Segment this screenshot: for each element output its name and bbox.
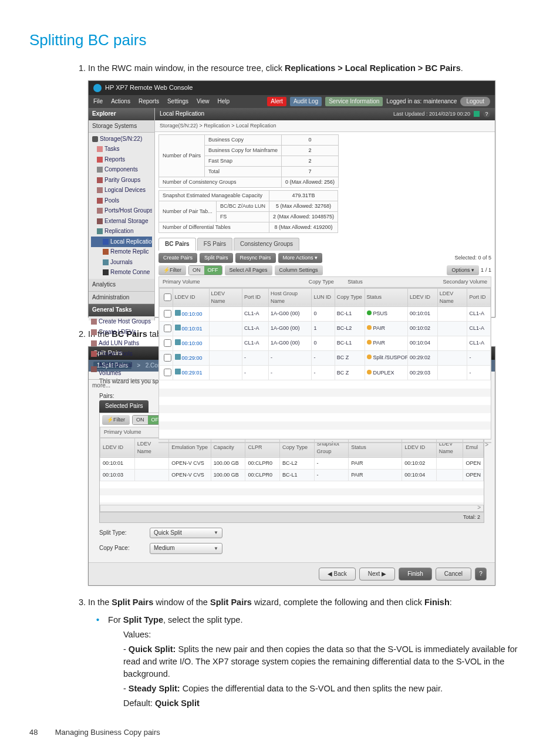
tree-logicaldevices[interactable]: Logical Devices	[91, 185, 152, 196]
tree-journals[interactable]: Journals	[91, 257, 152, 268]
table-row[interactable]: 00:10:01CL1-A1A-G00 (00)1BC-L2PAIR00:10:…	[160, 321, 491, 336]
split-type-select[interactable]: Quick Split▼	[150, 528, 222, 539]
options-button[interactable]: Options ▾	[447, 265, 479, 275]
gt-create-host-groups[interactable]: Create Host Groups	[89, 316, 154, 328]
col-sldevname[interactable]: LDEV Name	[437, 288, 467, 306]
storage-systems-header[interactable]: Storage Systems	[89, 120, 154, 133]
col2-emul[interactable]: Emul	[463, 438, 484, 457]
admin-section[interactable]: Administration	[89, 292, 154, 305]
col-portid[interactable]: Port ID	[242, 288, 268, 306]
tree-replication[interactable]: Replication	[91, 227, 152, 237]
tree-paritygroups[interactable]: Parity Groups	[91, 175, 152, 185]
copy-pace-select[interactable]: Medium▼	[150, 543, 222, 554]
col2-emulation[interactable]: Emulation Type	[169, 438, 211, 457]
filter-button2[interactable]: ⚡Filter	[102, 415, 130, 425]
col2-status[interactable]: Status	[349, 438, 402, 457]
col-sport[interactable]: Port ID	[467, 288, 491, 306]
more-link[interactable]: more...	[89, 379, 154, 392]
gt-create-pools[interactable]: Create Pools	[89, 349, 154, 360]
tree-components[interactable]: Components	[91, 165, 152, 175]
col-sldevid[interactable]: LDEV ID	[407, 288, 437, 306]
filter-toggle[interactable]: ONOFF	[188, 265, 222, 275]
extvol-icon	[91, 366, 97, 372]
back-button[interactable]: ◀ Back	[319, 568, 356, 581]
col-ldevname[interactable]: LDEV Name	[209, 288, 242, 306]
col2-copytype[interactable]: Copy Type	[280, 438, 315, 457]
col2-capacity[interactable]: Capacity	[211, 438, 245, 457]
select-all-pages-button[interactable]: Select All Pages	[225, 265, 272, 275]
row-checkbox[interactable]	[164, 339, 171, 347]
menu-reports[interactable]: Reports	[139, 97, 159, 106]
tree-remotereplication[interactable]: Remote Replic	[91, 247, 152, 258]
resync-pairs-button[interactable]: Resync Pairs	[235, 253, 276, 263]
tree-pools[interactable]: Pools	[91, 195, 152, 206]
finish-button[interactable]: Finish	[399, 568, 432, 581]
col2-snapshot[interactable]: Snapshot Group	[314, 438, 349, 457]
gt-add-lun-paths[interactable]: Add LUN Paths	[89, 338, 154, 349]
table-row[interactable]: 00:29:00---BC ZSplit /SUSPOP00:29:02-	[160, 350, 491, 365]
row-checkbox[interactable]	[164, 310, 171, 318]
help-button[interactable]: ?	[475, 568, 487, 581]
selected-pairs-grid[interactable]: LDEV ID LDEV Name Emulation Type Capacit…	[100, 438, 484, 481]
tree-externalstorage[interactable]: External Storage	[91, 216, 152, 227]
disk-icon	[175, 339, 181, 345]
hscroll2[interactable]	[100, 505, 484, 512]
help-icon[interactable]: ?	[483, 110, 490, 117]
auditlog-link[interactable]: Audit Log	[290, 97, 322, 107]
table-row[interactable]: 00:10:00CL1-A1A-G00 (00)0BC-L1PAIR00:10:…	[160, 336, 491, 350]
chevron-down-icon: ▼	[214, 529, 218, 536]
col-copytype[interactable]: Copy Type	[335, 288, 365, 306]
tree-remoteconne[interactable]: Remote Conne	[91, 268, 152, 278]
tab-bcpairs[interactable]: BC Pairs	[158, 238, 196, 251]
create-pairs-button[interactable]: Create Pairs	[158, 253, 197, 263]
tree-localreplication[interactable]: Local Replicatio	[91, 237, 152, 247]
col-lunid[interactable]: LUN ID	[312, 288, 335, 306]
analytics-section[interactable]: Analytics	[89, 279, 154, 292]
menu-settings[interactable]: Settings	[167, 97, 188, 106]
horizontal-scrollbar[interactable]	[158, 442, 491, 443]
table-row[interactable]: 00:10:03OPEN-V CVS100.00 GB00:CLPR0BC-L1…	[100, 469, 484, 481]
tree-reports[interactable]: Reports	[91, 154, 152, 165]
gt-create-ldevs[interactable]: Create LDEVs	[89, 327, 154, 338]
row-checkbox[interactable]	[164, 354, 171, 362]
tab-fspairs[interactable]: FS Pairs	[197, 238, 232, 251]
col2-sldevn[interactable]: LDEV Name	[436, 438, 463, 457]
filter-button[interactable]: ⚡Filter	[158, 265, 186, 275]
col2-sldev[interactable]: LDEV ID	[402, 438, 437, 457]
col-check[interactable]	[160, 288, 173, 306]
window-titlebar: HP XP7 Remote Web Console	[89, 81, 495, 95]
menu-file[interactable]: File	[93, 97, 103, 106]
alert-badge[interactable]: Alert	[267, 97, 286, 107]
col-status[interactable]: Status	[365, 288, 407, 306]
menu-actions[interactable]: Actions	[111, 97, 130, 106]
row-checkbox[interactable]	[164, 325, 171, 332]
column-settings-button[interactable]: Column Settings	[275, 265, 323, 275]
selected-pairs-tab[interactable]: Selected Pairs	[99, 400, 149, 413]
menu-view[interactable]: View	[197, 97, 210, 106]
col-ldevid[interactable]: LDEV ID	[173, 288, 209, 306]
tree-portshostgroups[interactable]: Ports/Host Groups	[91, 206, 152, 217]
col2-ldevname[interactable]: LDEV Name	[134, 438, 169, 457]
row-checkbox[interactable]	[164, 369, 171, 376]
table-row[interactable]: 00:29:01---BC ZDUPLEX00:29:03-	[160, 366, 491, 380]
bc-pairs-grid[interactable]: LDEV ID LDEV Name Port ID Host Group Nam…	[158, 288, 491, 440]
col-hostgroup[interactable]: Host Group Name	[269, 288, 312, 306]
col2-clpr[interactable]: CLPR	[245, 438, 280, 457]
next-button[interactable]: Next ▶	[359, 568, 395, 581]
refresh-icon[interactable]	[474, 111, 480, 117]
page-footer: 48 Managing Business Copy pairs	[29, 727, 531, 738]
more-actions-button[interactable]: More Actions ▾	[278, 253, 323, 263]
cancel-button[interactable]: Cancel	[436, 568, 471, 581]
tree-storage[interactable]: Storage(S/N:22)	[91, 134, 152, 144]
gt-add-external-volumes[interactable]: Add External Volumes	[89, 360, 154, 379]
table-row[interactable]: 00:10:00CL1-A1A-G00 (00)0BC-L1PSUS00:10:…	[160, 306, 491, 321]
menu-help[interactable]: Help	[218, 97, 230, 106]
logout-button[interactable]: Logout	[460, 97, 490, 107]
split-pairs-button[interactable]: Split Pairs	[200, 253, 233, 263]
service-info-link[interactable]: Service Information	[325, 97, 383, 107]
tab-consistency-groups[interactable]: Consistency Groups	[234, 238, 299, 251]
table-row[interactable]: 00:10:01OPEN-V CVS100.00 GB00:CLPR0BC-L2…	[100, 457, 484, 469]
select-all-checkbox[interactable]	[164, 293, 171, 301]
tree-tasks[interactable]: Tasks	[91, 144, 152, 155]
col2-ldevid[interactable]: LDEV ID	[100, 438, 135, 457]
